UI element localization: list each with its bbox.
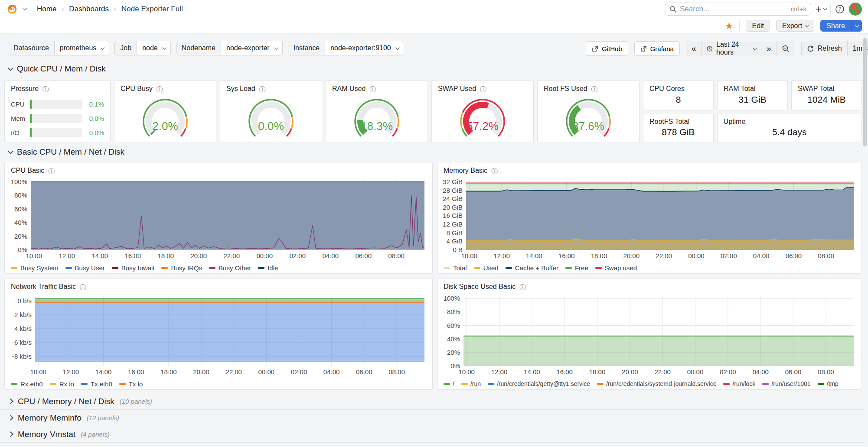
variable-value-dropdown[interactable]: node-exporter:9100	[325, 41, 404, 55]
row-system-timesync[interactable]: System Timesync (2 panels)	[0, 443, 864, 447]
breadcrumb-dashboards[interactable]: Dashboards	[69, 5, 109, 13]
breadcrumb-home[interactable]: Home	[37, 5, 56, 13]
panel-title-text[interactable]: Uptime	[718, 113, 861, 126]
panel-header[interactable]: CPU Busy ⓘ	[114, 81, 216, 94]
chart-canvas[interactable]: 0 b/s-2 kb/s-4 kb/s-6 kb/s-8 kb/s10:0012…	[7, 292, 428, 376]
legend-item[interactable]: Tx lo	[119, 380, 143, 388]
legend-item[interactable]: /run/credentials/systemd-journald.servic…	[597, 380, 716, 387]
favorite-star-icon[interactable]: ★	[725, 21, 734, 31]
panel-header[interactable]: Disk Space Used Basic ⓘ	[437, 279, 861, 292]
export-button[interactable]: Export	[776, 20, 814, 32]
legend-item[interactable]: Busy System	[11, 264, 59, 272]
edit-button[interactable]: Edit	[746, 20, 770, 32]
chevron-down-icon	[274, 45, 278, 50]
panel-title-text[interactable]: RAM Total	[718, 81, 787, 93]
org-switcher-chevron-icon[interactable]	[23, 6, 27, 10]
search-input[interactable]: ctrl+k	[665, 3, 811, 16]
panel-title-text[interactable]: SWAP Total	[792, 81, 861, 93]
legend-swatch	[597, 383, 604, 385]
expand-chevron-icon	[8, 398, 13, 404]
legend-item[interactable]: Swap used	[595, 264, 637, 272]
quick-row-panels: Pressure ⓘ CPU 0.1% Mem 0.0% I/O 0.0% CP…	[4, 80, 862, 143]
pressure-value: 0.1%	[86, 100, 104, 108]
legend-item[interactable]: Rx lo	[50, 380, 74, 388]
legend-item[interactable]: Used	[474, 264, 499, 272]
legend-item[interactable]: Busy User	[65, 264, 105, 272]
section-basic-cpu-mem-net-disk[interactable]: Basic CPU / Mem / Net / Disk	[9, 147, 124, 157]
legend-item[interactable]: Busy Iowait	[112, 264, 155, 272]
row-cpu-memory-net-disk[interactable]: CPU / Memory / Net / Disk (10 panels)	[0, 393, 864, 410]
time-zoom-out-button[interactable]	[777, 41, 795, 56]
share-menu-caret[interactable]	[851, 20, 862, 32]
chart-plot-area[interactable]: 0 B4 GiB8 GiB12 GiB16 GiB20 GiB24 GiB28 …	[439, 176, 857, 262]
info-icon[interactable]: ⓘ	[80, 284, 86, 290]
time-range-picker[interactable]: Last 24 hours	[701, 41, 761, 56]
legend-item[interactable]: /tmp	[818, 380, 839, 387]
svg-text:02:00: 02:00	[291, 368, 307, 376]
panel-header[interactable]: Sys Load ⓘ	[220, 81, 322, 94]
time-shift-back-button[interactable]: «	[686, 41, 702, 56]
panel-header[interactable]: Pressure ⓘ	[5, 81, 110, 94]
legend-item[interactable]: /run/lock	[723, 380, 755, 387]
legend-item[interactable]: /run/credentials/getty@tty1.service	[488, 380, 590, 387]
share-button[interactable]: Share	[820, 20, 851, 32]
legend-item[interactable]: Total	[444, 264, 467, 272]
info-icon[interactable]: ⓘ	[259, 86, 266, 92]
user-avatar[interactable]	[849, 3, 862, 16]
legend-item[interactable]: Idle	[258, 264, 278, 272]
gauge-canvas: 37.6%	[550, 96, 627, 141]
chart-plot-area[interactable]: 0%20%40%60%80%100%10:0012:0014:0016:0018…	[439, 292, 857, 378]
legend-item[interactable]: /run	[461, 380, 481, 387]
variable-value-dropdown[interactable]: node	[137, 41, 170, 55]
info-icon[interactable]: ⓘ	[491, 168, 498, 174]
legend-item[interactable]: Tx eth0	[81, 380, 112, 388]
info-icon[interactable]: ⓘ	[157, 86, 163, 92]
time-shift-forward-button[interactable]: »	[761, 41, 777, 56]
svg-text:22:00: 22:00	[225, 368, 242, 376]
grafana-logo[interactable]	[6, 3, 18, 15]
info-icon[interactable]: ⓘ	[519, 284, 526, 290]
info-icon[interactable]: ⓘ	[480, 86, 486, 92]
time-range-label: Last 24 hours	[716, 41, 750, 56]
legend-item[interactable]: Rx eth0	[11, 380, 43, 388]
svg-text:20 GiB: 20 GiB	[443, 204, 463, 211]
panel-header[interactable]: Network Traffic Basic ⓘ	[5, 279, 432, 292]
info-icon[interactable]: ⓘ	[48, 168, 55, 174]
help-button[interactable]: ?	[835, 4, 845, 14]
legend-item[interactable]: Free	[565, 264, 588, 272]
legend-item[interactable]: /run/user/1001	[762, 380, 810, 387]
info-icon[interactable]: ⓘ	[369, 86, 376, 92]
chart-plot-area[interactable]: 0 b/s-2 kb/s-4 kb/s-6 kb/s-8 kb/s10:0012…	[7, 292, 428, 378]
variable-value-dropdown[interactable]: node-exporter	[221, 41, 282, 55]
scrollbar-thumb[interactable]	[863, 38, 867, 146]
legend-item[interactable]: Busy Other	[209, 264, 251, 272]
panel-ram-total: RAM Total 31 GiB	[717, 80, 788, 110]
panel-title-text[interactable]: RootFS Total	[643, 113, 713, 126]
panel-header[interactable]: CPU Basic ⓘ	[5, 162, 432, 176]
info-icon[interactable]: ⓘ	[42, 86, 49, 92]
row-memory-meminfo[interactable]: Memory Meminfo (12 panels)	[0, 410, 864, 426]
info-icon[interactable]: ⓘ	[591, 86, 597, 92]
grafana-link-button[interactable]: Grafana	[634, 41, 680, 56]
chart-canvas[interactable]: 0%20%40%60%80%100%10:0012:0014:0016:0018…	[439, 292, 857, 376]
chart-canvas[interactable]: 0%20%40%60%80%100%10:0012:0014:0016:0018…	[7, 176, 428, 260]
legend-item[interactable]: /	[444, 380, 454, 387]
panel-header[interactable]: Root FS Used ⓘ	[538, 81, 639, 94]
panel-header[interactable]: Memory Basic ⓘ	[437, 162, 861, 176]
row-memory-vmstat[interactable]: Memory Vmstat (4 panels)	[0, 426, 864, 443]
chart-plot-area[interactable]: 0%20%40%60%80%100%10:0012:0014:0016:0018…	[7, 176, 428, 262]
chart-canvas[interactable]: 0 B4 GiB8 GiB12 GiB16 GiB20 GiB24 GiB28 …	[439, 176, 857, 260]
panel-header[interactable]: SWAP Used ⓘ	[432, 81, 533, 94]
panel-header[interactable]: RAM Used ⓘ	[326, 81, 427, 94]
panel-title-text[interactable]: CPU Cores	[643, 81, 713, 93]
search-field[interactable]	[680, 5, 787, 13]
svg-text:0.0%: 0.0%	[258, 120, 284, 133]
new-button[interactable]: +	[816, 3, 826, 15]
github-link-button[interactable]: GitHub	[586, 41, 628, 56]
legend-item[interactable]: Busy IRQs	[161, 264, 202, 272]
legend-item[interactable]: Cache + Buffer	[506, 264, 558, 272]
refresh-button[interactable]: Refresh	[802, 41, 847, 56]
variable-value-dropdown[interactable]: prometheus	[55, 41, 109, 55]
section-quick-cpu-mem-disk[interactable]: Quick CPU / Mem / Disk	[9, 64, 106, 74]
svg-text:-8 kb/s: -8 kb/s	[12, 353, 32, 360]
